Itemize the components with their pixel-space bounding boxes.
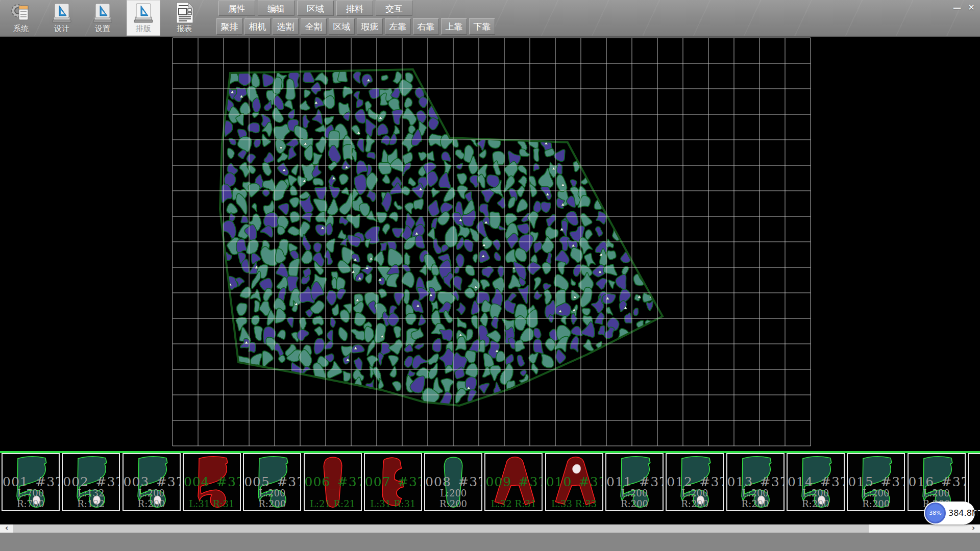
tool-button-3[interactable]: 选割 xyxy=(273,18,299,35)
part-thumbnail-2[interactable]: 002_#37L:132 R:132 xyxy=(62,453,120,511)
tool-button-4[interactable]: 全割 xyxy=(301,18,327,35)
tool-button-8[interactable]: 右靠 xyxy=(413,18,439,35)
settings-icon xyxy=(92,2,113,24)
part-shape-boot xyxy=(849,455,903,509)
menu-item-2[interactable]: 编辑 xyxy=(258,1,295,16)
status-bar xyxy=(0,533,980,551)
scroll-right-arrow-icon[interactable]: › xyxy=(967,524,980,533)
part-shape-slab xyxy=(426,455,480,509)
scroll-left-arrow-icon[interactable]: ‹ xyxy=(0,524,13,533)
menu-item-1[interactable]: 属性 xyxy=(218,1,255,16)
part-shape-boot xyxy=(910,455,964,509)
tool-button-9[interactable]: 上靠 xyxy=(441,18,467,35)
part-thumbnail-8[interactable]: 008_#37L:200 R:200 xyxy=(424,453,482,511)
nav-button-4[interactable]: 排版 xyxy=(127,0,160,36)
tool-button-6[interactable]: 瑕疵 xyxy=(357,18,383,35)
part-shape-boot xyxy=(607,455,662,509)
part-shape-boot-hole xyxy=(4,455,58,509)
part-shape-boot-hole xyxy=(789,455,843,509)
part-thumbnail-9[interactable]: 009_#37L:32 R:31 xyxy=(484,453,543,511)
minimize-button[interactable]: — xyxy=(951,2,963,13)
tool-button-1[interactable]: 聚排 xyxy=(216,18,242,35)
memory-value: 384.8M xyxy=(948,502,979,524)
part-shape-boot-hole xyxy=(125,455,179,509)
menu-item-4[interactable]: 排料 xyxy=(336,1,373,16)
nav-button-label: 系统 xyxy=(4,24,38,33)
report-icon xyxy=(174,2,195,24)
part-thumbnail-strip: 001_#37L:700 R:700002_#37L:132 R:132003_… xyxy=(0,453,980,512)
part-thumbnail-14[interactable]: 014_#37L:200 R:200 xyxy=(787,453,845,511)
window-controls: — ✕ xyxy=(951,2,977,13)
nav-button-2[interactable]: 设计 xyxy=(45,0,79,36)
memory-status-pill: 38% 384.8M xyxy=(924,502,975,524)
part-shape-boot-hole xyxy=(64,455,118,509)
layout-icon xyxy=(133,2,154,24)
part-thumbnail-3[interactable]: 003_#37L:200 R:200 xyxy=(122,453,181,511)
part-thumbnail-6[interactable]: 006_#37L:21 R:21 xyxy=(304,453,362,511)
menu-item-5[interactable]: 交互 xyxy=(376,1,412,16)
part-thumbnail-10[interactable]: 010_#37L:33 R:33 xyxy=(545,453,603,511)
nav-button-1[interactable]: 系统 xyxy=(4,0,38,36)
nav-button-5[interactable]: 报表 xyxy=(167,0,201,36)
nav-button-label: 设计 xyxy=(45,24,79,33)
nav-button-label: 设置 xyxy=(86,24,119,33)
nesting-canvas[interactable] xyxy=(0,37,980,451)
nav-button-3[interactable]: 设置 xyxy=(86,0,119,36)
part-thumbnail-5[interactable]: 005_#37L:200 R:200 xyxy=(243,453,301,511)
system-icon xyxy=(10,2,32,24)
tool-button-10[interactable]: 下靠 xyxy=(469,18,495,35)
scrollbar-thumb[interactable] xyxy=(13,524,869,533)
design-icon xyxy=(51,2,72,24)
part-thumbnail-12[interactable]: 012_#37L:200 R:200 xyxy=(666,453,724,511)
part-thumbnail-13[interactable]: 013_#37L:200 R:200 xyxy=(726,453,785,511)
memory-percent-badge: 38% xyxy=(925,503,946,523)
part-thumbnail-7[interactable]: 007_#37L:31 R:31 xyxy=(364,453,422,511)
part-shape-boot-hole xyxy=(668,455,722,509)
part-thumbnail-15[interactable]: 015_#37L:200 R:200 xyxy=(847,453,905,511)
part-thumbnail-11[interactable]: 011_#37L:200 R:200 xyxy=(605,453,664,511)
part-shape-boot-hole xyxy=(728,455,782,509)
nav-button-label: 排版 xyxy=(127,24,160,33)
part-thumbnail-1[interactable]: 001_#37L:700 R:700 xyxy=(2,453,60,511)
nav-button-label: 报表 xyxy=(167,24,201,33)
tool-button-5[interactable]: 区域 xyxy=(329,18,355,35)
part-thumbnail-4[interactable]: 004_#37L:31 R:31 xyxy=(183,453,241,511)
part-shape-slab xyxy=(306,455,360,509)
part-shape-ashape-hole xyxy=(547,455,601,509)
toolbar: 系统设计设置排版报表 属性编辑区域排料交互 聚排相机选割全割区域瑕疵左靠右靠上靠… xyxy=(0,0,980,37)
nested-pieces-pattern xyxy=(220,69,654,408)
part-shape-boot xyxy=(970,455,980,509)
part-shape-ashape xyxy=(486,455,541,509)
tool-button-7[interactable]: 左靠 xyxy=(385,18,411,35)
menu-item-3[interactable]: 区域 xyxy=(297,1,334,16)
part-shape-boot xyxy=(245,455,299,509)
tool-button-2[interactable]: 相机 xyxy=(244,18,271,35)
app-window: 系统设计设置排版报表 属性编辑区域排料交互 聚排相机选割全割区域瑕疵左靠右靠上靠… xyxy=(0,0,980,551)
close-button[interactable]: ✕ xyxy=(966,2,977,13)
nesting-canvas-svg xyxy=(0,37,980,451)
part-shape-boot xyxy=(185,455,239,509)
horizontal-scrollbar[interactable]: ‹ › xyxy=(0,524,980,533)
part-shape-cshape xyxy=(366,455,420,509)
